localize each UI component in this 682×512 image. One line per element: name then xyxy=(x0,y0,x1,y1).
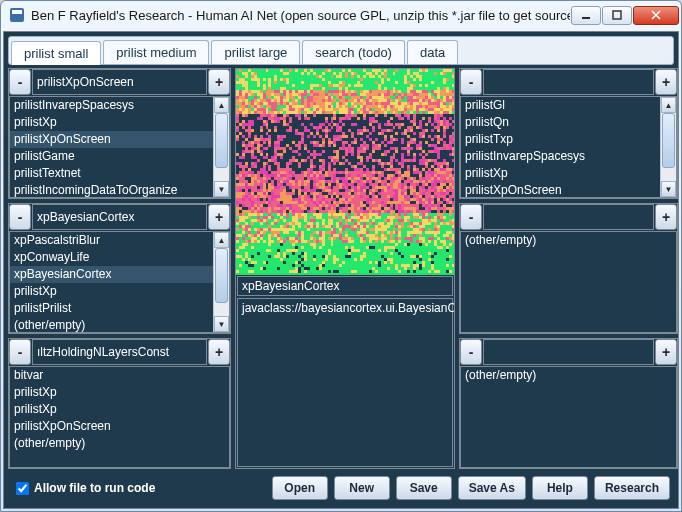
tab-search[interactable]: search (todo) xyxy=(302,40,405,64)
list-item[interactable]: bitvar xyxy=(10,367,229,384)
save-button[interactable]: Save xyxy=(396,476,452,500)
scroll-down-icon[interactable]: ▼ xyxy=(214,181,229,197)
tab-prilist-medium[interactable]: prilist medium xyxy=(103,40,209,64)
list-item[interactable]: prilistXp xyxy=(10,384,229,401)
panel-right-bot-name-input[interactable] xyxy=(483,339,654,365)
panel-right-mid-list[interactable]: (other/empty) xyxy=(461,232,676,332)
scroll-down-icon[interactable]: ▼ xyxy=(214,316,229,332)
allow-file-label[interactable]: Allow file to run code xyxy=(34,481,155,495)
app-icon xyxy=(9,7,25,23)
list-item[interactable]: xpBayesianCortex xyxy=(10,266,229,283)
list-item[interactable]: prilistQn xyxy=(461,114,676,131)
panel-left-mid-name-input[interactable] xyxy=(32,204,207,230)
scroll-thumb[interactable] xyxy=(662,113,675,168)
panel-right-mid-name-input[interactable] xyxy=(483,204,654,230)
tab-data[interactable]: data xyxy=(407,40,458,64)
list-item[interactable]: prilistInvarepSpacesys xyxy=(10,97,229,114)
panel-left-bot-name-input[interactable] xyxy=(32,339,207,365)
window-buttons xyxy=(570,6,679,25)
close-button[interactable] xyxy=(633,6,679,25)
client-area: prilist small prilist medium prilist lar… xyxy=(3,31,679,509)
panel-right-top-list[interactable]: prilistGl prilistQn prilistTxp prilistIn… xyxy=(461,97,676,197)
research-button[interactable]: Research xyxy=(594,476,670,500)
tab-bar: prilist small prilist medium prilist lar… xyxy=(8,36,674,65)
scroll-thumb[interactable] xyxy=(215,248,228,303)
panel-left-bot: - + bitvar prilistXp prilistXp prilistXp… xyxy=(8,338,231,469)
titlebar: Ben F Rayfield's Research - Human AI Net… xyxy=(1,1,681,29)
allow-file-checkbox[interactable] xyxy=(16,482,29,495)
list-item[interactable]: prilistXp xyxy=(10,114,229,131)
list-item[interactable]: xpPascalstriBlur xyxy=(10,232,229,249)
panel-right-bot-minus-button[interactable]: - xyxy=(460,339,482,365)
panel-left-mid-minus-button[interactable]: - xyxy=(9,204,31,230)
open-button[interactable]: Open xyxy=(272,476,328,500)
panel-right-bot-list[interactable]: (other/empty) xyxy=(461,367,676,467)
scroll-up-icon[interactable]: ▲ xyxy=(214,97,229,113)
list-item[interactable]: prilistTextnet xyxy=(10,165,229,182)
scroll-up-icon[interactable]: ▲ xyxy=(214,232,229,248)
panel-left-top-minus-button[interactable]: - xyxy=(9,69,31,95)
list-item[interactable]: prilistXp xyxy=(10,401,229,418)
viz-classpath-text: javaclass://bayesiancortex.ui.BayesianCo… xyxy=(237,298,453,467)
panel-left-bot-plus-button[interactable]: + xyxy=(208,339,230,365)
window-title: Ben F Rayfield's Research - Human AI Net… xyxy=(31,8,570,23)
panel-left-mid-plus-button[interactable]: + xyxy=(208,204,230,230)
svg-rect-2 xyxy=(582,17,590,19)
panel-left-bot-list[interactable]: bitvar prilistXp prilistXp prilistXpOnSc… xyxy=(10,367,229,467)
panel-left-top-list[interactable]: prilistInvarepSpacesys prilistXp prilist… xyxy=(10,97,229,197)
panel-right-mid: - + (other/empty) xyxy=(459,203,678,334)
panel-right-top-minus-button[interactable]: - xyxy=(460,69,482,95)
list-item[interactable]: (other/empty) xyxy=(10,317,229,332)
list-item[interactable]: xpConwayLife xyxy=(10,249,229,266)
viz-container: xpBayesianCortex javaclass://bayesiancor… xyxy=(236,69,454,468)
panel-left-top-plus-button[interactable]: + xyxy=(208,69,230,95)
list-item[interactable]: prilistPrilist xyxy=(10,300,229,317)
panel-center: xpBayesianCortex javaclass://bayesiancor… xyxy=(235,68,455,469)
panel-right-mid-minus-button[interactable]: - xyxy=(460,204,482,230)
panel-left-mid: - + xpPascalstriBlur xpConwayLife xpBaye… xyxy=(8,203,231,334)
save-as-button[interactable]: Save As xyxy=(458,476,526,500)
panel-left-top-scrollbar[interactable]: ▲ ▼ xyxy=(213,97,229,197)
new-button[interactable]: New xyxy=(334,476,390,500)
list-item[interactable]: (other/empty) xyxy=(461,232,676,249)
list-item[interactable]: prilistGl xyxy=(461,97,676,114)
list-item[interactable]: (other/empty) xyxy=(461,367,676,384)
list-item[interactable]: prilistGame xyxy=(10,148,229,165)
panel-right-mid-plus-button[interactable]: + xyxy=(655,204,677,230)
tab-prilist-small[interactable]: prilist small xyxy=(11,41,101,65)
scroll-thumb[interactable] xyxy=(215,113,228,168)
list-item[interactable]: prilistXp xyxy=(461,165,676,182)
scroll-down-icon[interactable]: ▼ xyxy=(661,181,676,197)
list-item[interactable]: prilistXp xyxy=(10,283,229,300)
svg-rect-1 xyxy=(12,10,22,14)
panel-left-top-name-input[interactable] xyxy=(32,69,207,95)
panel-right-bot: - + (other/empty) xyxy=(459,338,678,469)
list-item[interactable]: prilistTxp xyxy=(461,131,676,148)
list-item[interactable]: prilistXpOnScreen xyxy=(461,182,676,197)
list-item[interactable]: prilistXpOnScreen xyxy=(10,418,229,435)
panel-right-top-plus-button[interactable]: + xyxy=(655,69,677,95)
scroll-up-icon[interactable]: ▲ xyxy=(661,97,676,113)
bottom-bar: Allow file to run code Open New Save Sav… xyxy=(8,472,674,504)
allow-file-checkbox-group: Allow file to run code xyxy=(16,481,155,495)
viz-name-label: xpBayesianCortex xyxy=(237,276,453,296)
panel-right-top-name-input[interactable] xyxy=(483,69,654,95)
svg-rect-3 xyxy=(613,11,621,19)
list-item[interactable]: prilistInvarepSpacesys xyxy=(461,148,676,165)
help-button[interactable]: Help xyxy=(532,476,588,500)
panel-right-bot-plus-button[interactable]: + xyxy=(655,339,677,365)
viz-canvas xyxy=(236,69,454,275)
panel-left-mid-list[interactable]: xpPascalstriBlur xpConwayLife xpBayesian… xyxy=(10,232,229,332)
panel-left-top: - + prilistInvarepSpacesys prilistXp pri… xyxy=(8,68,231,199)
maximize-button[interactable] xyxy=(602,6,632,25)
panel-right-top-scrollbar[interactable]: ▲ ▼ xyxy=(660,97,676,197)
panel-left-mid-scrollbar[interactable]: ▲ ▼ xyxy=(213,232,229,332)
panel-left-bot-minus-button[interactable]: - xyxy=(9,339,31,365)
list-item[interactable]: prilistXpOnScreen xyxy=(10,131,229,148)
list-item[interactable]: prilistIncomingDataToOrganize xyxy=(10,182,229,197)
minimize-button[interactable] xyxy=(571,6,601,25)
tab-prilist-large[interactable]: prilist large xyxy=(211,40,300,64)
panels-grid: - + prilistInvarepSpacesys prilistXp pri… xyxy=(8,68,674,469)
list-item[interactable]: (other/empty) xyxy=(10,435,229,452)
panel-right-top: - + prilistGl prilistQn prilistTxp prili… xyxy=(459,68,678,199)
